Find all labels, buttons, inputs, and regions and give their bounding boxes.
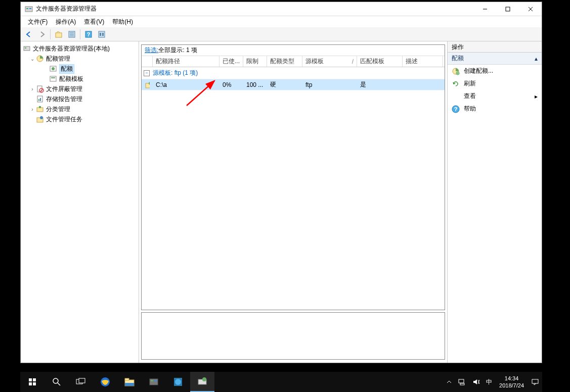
svg-line-48 — [58, 383, 60, 385]
column-limit[interactable]: 限制 — [243, 56, 267, 67]
actions-header: 操作 — [448, 41, 542, 53]
main-window: 文件服务器资源管理器 文件(F) 操作(A) 查看(V) 帮助(H) ? 文件服… — [20, 2, 542, 363]
svg-point-21 — [52, 67, 55, 70]
help-button[interactable]: ? — [82, 28, 95, 40]
cell-source-template: ftp — [302, 81, 357, 88]
reports-icon — [36, 95, 44, 103]
group-row[interactable]: − 源模板: ftp (1 项) — [142, 67, 445, 79]
back-button[interactable] — [23, 28, 35, 40]
cell-match-template: 是 — [357, 80, 403, 89]
svg-rect-44 — [33, 378, 36, 381]
tree-file-screen-mgmt[interactable]: › 文件屏蔽管理 — [22, 84, 138, 94]
task-ie[interactable] — [93, 372, 117, 392]
column-used[interactable]: 已使... — [220, 56, 243, 67]
server-icon — [23, 44, 31, 53]
group-collapse-icon[interactable]: − — [144, 70, 150, 76]
tree-quota[interactable]: 配额 — [22, 64, 138, 74]
center-panel: 筛选: 全部显示: 1 项 配额路径 已使... 限制 配额类型 源模板/ 匹配… — [139, 41, 448, 363]
tree-panel: 文件服务器资源管理器(本地) ⌄ 配额管理 配额 配额模板 › 文件屏蔽管理 — [21, 41, 139, 363]
column-source-template[interactable]: 源模板/ — [302, 56, 357, 67]
toolbar-separator — [80, 29, 80, 39]
svg-point-47 — [53, 378, 58, 383]
submenu-arrow-icon: ▸ — [535, 93, 538, 100]
tree-quota-mgmt[interactable]: ⌄ 配额管理 — [22, 54, 138, 64]
column-match-template[interactable]: 匹配模板 — [357, 56, 403, 67]
up-button[interactable] — [53, 28, 65, 40]
tree-classification-mgmt[interactable]: › 分类管理 — [22, 104, 138, 114]
tray-time: 14:34 — [505, 375, 519, 382]
expander-blank — [29, 95, 36, 103]
tray-notifications-icon[interactable] — [528, 372, 542, 392]
task-iis[interactable] — [166, 372, 190, 392]
minimize-button[interactable] — [473, 2, 496, 16]
properties-button[interactable] — [66, 28, 78, 40]
svg-point-33 — [40, 116, 43, 119]
svg-rect-18 — [25, 47, 26, 48]
tree-label: 文件服务器资源管理器(本地) — [33, 44, 110, 53]
svg-rect-23 — [51, 77, 55, 78]
help-icon: ? — [452, 105, 460, 113]
action-create-quota[interactable]: 创建配额... — [448, 65, 542, 77]
app-icon — [25, 5, 33, 13]
tree-label: 分类管理 — [46, 105, 70, 114]
forward-button[interactable] — [36, 28, 48, 40]
actions-section-header[interactable]: 配额 ▴ — [448, 53, 542, 65]
svg-rect-2 — [29, 8, 31, 9]
search-button[interactable] — [45, 372, 69, 392]
svg-rect-28 — [38, 99, 39, 101]
group-label: 源模板: ftp (1 项) — [153, 69, 198, 77]
expander-closed-icon[interactable]: › — [29, 106, 36, 113]
svg-rect-29 — [40, 98, 41, 101]
svg-rect-7 — [56, 33, 62, 37]
task-fsrm[interactable] — [190, 372, 214, 392]
action-help[interactable]: ? 帮助 — [448, 103, 542, 115]
menu-help[interactable]: 帮助(H) — [108, 17, 137, 27]
close-button[interactable] — [519, 2, 542, 16]
svg-rect-50 — [79, 378, 85, 383]
column-icon[interactable] — [142, 56, 153, 67]
svg-rect-15 — [100, 33, 101, 36]
svg-rect-22 — [50, 76, 56, 81]
menu-file[interactable]: 文件(F) — [24, 17, 52, 27]
column-type[interactable]: 配额类型 — [267, 56, 302, 67]
svg-rect-62 — [459, 379, 464, 383]
tray-ime[interactable]: 中 — [483, 372, 495, 392]
table-row[interactable]: C:\a 0% 100 ... 硬 ftp 是 — [142, 79, 445, 90]
action-refresh[interactable]: 刷新 — [448, 77, 542, 90]
tree-file-mgmt-tasks[interactable]: 文件管理任务 — [22, 114, 138, 124]
expander-open-icon[interactable]: ⌄ — [29, 55, 36, 62]
collapse-icon[interactable]: ▴ — [535, 55, 538, 62]
column-description[interactable]: 描述 — [403, 56, 443, 67]
expander-closed-icon[interactable]: › — [29, 85, 36, 92]
toolbar-separator — [50, 29, 51, 39]
filter-link[interactable]: 筛选: — [145, 46, 158, 55]
grid-container: 筛选: 全部显示: 1 项 配额路径 已使... 限制 配额类型 源模板/ 匹配… — [141, 44, 445, 310]
tree-storage-reports[interactable]: 存储报告管理 — [22, 94, 138, 104]
start-button[interactable] — [20, 372, 45, 392]
action-label: 创建配额... — [464, 67, 493, 75]
tray-overflow[interactable] — [444, 372, 455, 392]
row-icon — [142, 81, 153, 89]
menu-view[interactable]: 查看(V) — [80, 17, 108, 27]
svg-rect-17 — [24, 46, 30, 51]
menu-action[interactable]: 操作(A) — [52, 17, 80, 27]
action-view[interactable]: 查看 ▸ — [448, 90, 542, 103]
svg-point-59 — [175, 379, 181, 385]
tray-clock[interactable]: 14:34 2018/7/24 — [495, 375, 528, 389]
svg-rect-46 — [33, 382, 36, 385]
tree-quota-template[interactable]: 配额模板 — [22, 74, 138, 84]
task-explorer[interactable] — [117, 372, 142, 392]
maximize-button[interactable] — [496, 2, 519, 16]
svg-rect-45 — [29, 382, 32, 385]
tray-network-icon[interactable] — [455, 372, 469, 392]
tree-root[interactable]: 文件服务器资源管理器(本地) — [22, 43, 138, 54]
view-button[interactable] — [96, 28, 108, 40]
grid-body[interactable]: − 源模板: ftp (1 项) C:\a 0% 100 ... 硬 ftp 是 — [142, 67, 445, 310]
task-server-manager[interactable] — [142, 372, 166, 392]
tree-label: 配额模板 — [59, 75, 83, 83]
taskview-button[interactable] — [69, 372, 93, 392]
tray-volume-icon[interactable] — [469, 372, 483, 392]
actions-section-label: 配额 — [452, 54, 464, 63]
column-path[interactable]: 配额路径 — [153, 56, 220, 67]
grid-header: 配额路径 已使... 限制 配额类型 源模板/ 匹配模板 描述 — [142, 56, 445, 67]
